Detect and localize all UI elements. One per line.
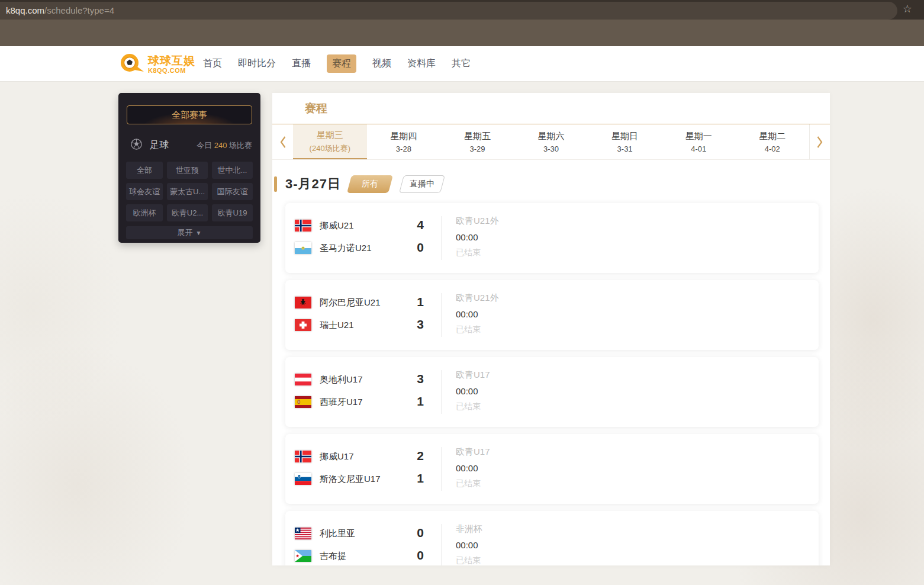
day-tab[interactable]: 星期六 3-30 [514,124,588,159]
browser-url-bar: k8qq.com/schedule?type=4 ☆ [0,0,924,20]
league-name: 非洲杯 [456,523,482,535]
site-logo[interactable]: 球球互娱 K8QQ.COM [118,52,195,78]
home-team-row: 挪威U17 [295,450,354,463]
star-icon[interactable]: ☆ [903,2,912,15]
soccer-ball-icon [130,138,143,153]
match-status: 已结束 [456,555,482,565]
match-info: 欧青U21外 00:00 已结束 [456,216,499,258]
expand-label: 展开 [178,227,193,238]
logo-text: 球球互娱 K8QQ.COM [148,55,195,74]
filter-live-tag[interactable]: 直播中 [399,175,445,193]
day-tab[interactable]: 星期二 4-02 [735,124,809,159]
away-team-row: 斯洛文尼亚U17 [295,472,381,486]
league-filter-button[interactable]: 全部 [126,162,163,179]
league-filter-button[interactable]: 国际友谊 [212,183,253,200]
away-team-name: 圣马力诺U21 [320,243,372,254]
league-filter-button[interactable]: 欧青U19 [212,204,253,221]
home-team-score: 4 [410,218,431,232]
match-time: 00:00 [456,463,490,473]
address-bar[interactable]: k8qq.com/schedule?type=4 [0,2,897,20]
filter-all-tag[interactable]: 所有 [347,175,393,193]
albania-flag-icon [295,297,311,308]
match-card[interactable]: 利比里亚 吉布提 0 0 非洲杯 00:00 已结束 [285,511,819,565]
match-info: 欧青U17 00:00 已结束 [456,369,490,412]
league-filter-grid: 全部世亚预世中北...球会友谊蒙太古U...国际友谊欧洲杯欧青U2...欧青U1… [126,162,253,221]
league-name: 欧青U21外 [456,292,499,304]
day-tab[interactable]: 星期三 (240场比赛) [293,124,367,159]
prev-days-button[interactable] [272,124,293,159]
slovenia-flag-icon [295,473,311,485]
page-title: 赛程 [272,93,830,124]
home-team-score: 3 [410,372,431,386]
nav-item-5[interactable]: 视频 [372,57,391,70]
date-accent-bar [274,176,277,192]
main-nav: 首页即时比分直播赛程视频资料库其它 [203,46,471,81]
logo-domain: K8QQ.COM [148,68,195,74]
match-list: 挪威U21 圣马力诺U21 4 0 欧青U21外 00:00 已结束 阿尔巴尼亚… [285,203,819,565]
url-path: /schedule?type=4 [44,5,114,15]
league-filter-button[interactable]: 欧青U2... [167,204,208,221]
switzerland-flag-icon [295,319,311,331]
all-events-button[interactable]: 全部赛事 [127,105,252,124]
norway-flag-icon [295,451,311,462]
day-tab[interactable]: 星期一 4-01 [662,124,736,159]
norway-flag-icon [295,220,311,232]
away-team-name: 西班牙U17 [320,397,363,408]
nav-item-6[interactable]: 资料库 [407,57,436,70]
away-team-row: 吉布提 [295,549,346,562]
away-team-score: 1 [410,471,431,486]
match-card[interactable]: 阿尔巴尼亚U21 瑞士U21 1 3 欧青U21外 00:00 已结束 [285,280,819,350]
djibouti-flag-icon [295,550,311,562]
match-status: 已结束 [456,324,499,335]
spain-flag-icon [295,396,311,408]
league-filter-button[interactable]: 欧洲杯 [126,204,163,221]
next-days-button[interactable] [809,124,830,159]
sport-name: 足球 [150,139,169,152]
match-card[interactable]: 奥地利U17 西班牙U17 3 1 欧青U17 00:00 已结束 [285,357,819,427]
card-divider [441,447,442,491]
league-name: 欧青U21外 [456,216,499,227]
away-team-score: 0 [410,240,431,255]
league-filter-button[interactable]: 球会友谊 [126,183,163,200]
day-tab[interactable]: 星期五 3-29 [440,124,514,159]
day-tab[interactable]: 星期四 3-28 [367,124,441,159]
home-team-score: 1 [410,295,431,309]
match-status: 已结束 [456,478,490,489]
nav-item-3[interactable]: 直播 [292,57,311,70]
url-text: k8qq.com/schedule?type=4 [0,2,897,20]
away-team-score: 0 [410,548,431,562]
chevron-down-icon: ▼ [196,230,202,236]
league-filter-button[interactable]: 蒙太古U... [167,183,208,200]
logo-title: 球球互娱 [148,55,195,66]
day-tab-label: 星期一 [685,131,712,142]
sport-row[interactable]: 足球 今日 240 场比赛 [130,138,252,153]
league-filter-button[interactable]: 世中北... [212,162,253,179]
nav-item-1[interactable]: 首页 [203,57,222,70]
away-team-name: 吉布提 [320,551,346,562]
away-team-score: 3 [410,317,431,332]
expand-button[interactable]: 展开 ▼ [126,226,253,239]
league-filter-button[interactable]: 世亚预 [167,162,208,179]
day-tab-sublabel: 3-30 [543,144,559,153]
away-team-row: 圣马力诺U21 [295,242,372,255]
day-tab-sublabel: 3-31 [617,144,633,153]
match-card[interactable]: 挪威U17 斯洛文尼亚U17 2 1 欧青U17 00:00 已结束 [285,434,819,504]
nav-item-7[interactable]: 其它 [452,57,471,70]
nav-item-2[interactable]: 即时比分 [238,57,276,70]
sport-match-count: 今日 240 场比赛 [197,140,252,151]
away-team-score: 1 [410,394,431,409]
match-status: 已结束 [456,401,490,412]
day-tab[interactable]: 星期日 3-31 [588,124,662,159]
match-time: 00:00 [456,386,490,396]
day-tab-label: 星期二 [759,131,785,142]
day-tabs-track: 星期三 (240场比赛) 星期四 3-28 星期五 3-29 星期六 3-30 … [293,124,809,159]
day-tab-sublabel: 4-01 [691,144,706,153]
date-heading: 3-月27日 [285,175,341,193]
day-tab-sublabel: 4-02 [765,144,780,153]
match-time: 00:00 [456,309,499,319]
match-status: 已结束 [456,247,499,258]
nav-item-4[interactable]: 赛程 [327,54,356,73]
day-tab-label: 星期三 [317,130,343,141]
match-card[interactable]: 挪威U21 圣马力诺U21 4 0 欧青U21外 00:00 已结束 [285,203,819,273]
match-time: 00:00 [456,232,499,242]
